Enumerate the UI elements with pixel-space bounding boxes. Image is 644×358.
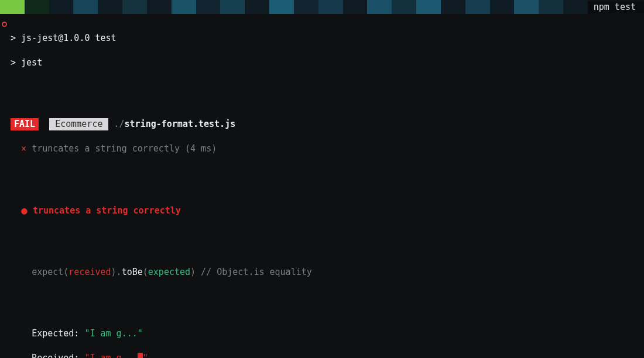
test-path: ./ (114, 119, 125, 129)
diff-highlight: . (138, 353, 143, 358)
expected-line: Expected: "I am g..." (11, 328, 633, 340)
blank-line (11, 81, 633, 94)
test-filename: string-format.test.js (125, 119, 236, 129)
window-titlebar: npm test (0, 0, 644, 14)
bullet-icon: ● (21, 204, 28, 216)
received-line: Received: "I am g...." (11, 352, 633, 358)
fail-badge: FAIL (11, 118, 39, 130)
assertion-line: expect(received).toBe(expected) // Objec… (11, 266, 633, 278)
fail-x-icon: × (21, 143, 26, 154)
failed-test-title: ● truncates a string correctly (11, 204, 633, 217)
blank-line (11, 167, 633, 180)
blank-line (11, 291, 633, 303)
test-result-line: × truncates a string correctly (4 ms) (11, 143, 633, 155)
npm-script-line: > jest (11, 57, 633, 69)
test-file-header: FAIL Ecommerce ./string-format.test.js (11, 118, 633, 130)
blank-line (11, 229, 633, 242)
window-title: npm test (588, 1, 644, 13)
titlebar-decoration (0, 0, 588, 14)
record-indicator-icon (2, 18, 7, 30)
npm-script-line: > js-jest@1.0.0 test (11, 32, 633, 44)
suite-badge: Ecommerce (49, 118, 108, 130)
terminal-output[interactable]: > js-jest@1.0.0 test > jest FAIL Ecommer… (0, 14, 644, 358)
